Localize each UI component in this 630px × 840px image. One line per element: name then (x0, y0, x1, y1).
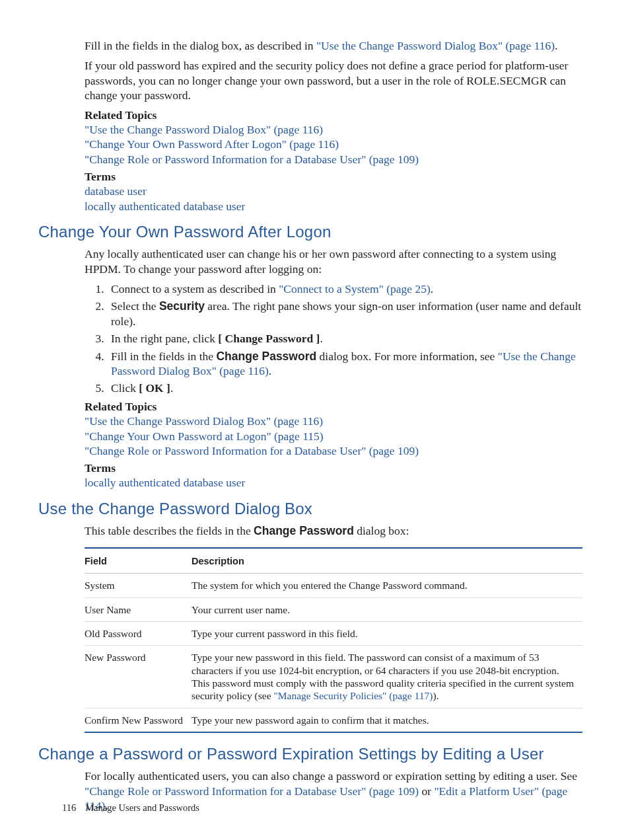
text: Fill in the fields in the (111, 350, 216, 363)
intro-p2: If your old password has expired and the… (85, 58, 582, 102)
table-row: System The system for which you entered … (85, 574, 582, 597)
sec1-p1: Any locally authenticated user can chang… (85, 247, 582, 276)
related-link[interactable]: "Use the Change Password Dialog Box" (pa… (85, 122, 582, 137)
table-row: Confirm New Password Type your new passw… (85, 708, 582, 732)
related-link[interactable]: "Change Your Own Password at Logon" (pag… (85, 429, 582, 444)
text: . (269, 364, 271, 377)
intro-p1: Fill in the fields in the dialog box, as… (85, 38, 582, 53)
link-connect-system[interactable]: "Connect to a System" (page 25) (279, 282, 431, 295)
related-link[interactable]: "Use the Change Password Dialog Box" (pa… (85, 414, 582, 429)
step-2: Select the Security area. The right pane… (107, 299, 582, 328)
col-description: Description (192, 549, 582, 574)
cell-field: Confirm New Password (85, 708, 192, 732)
text: This table describes the fields in the (85, 524, 254, 537)
text: For locally authenticated users, you can… (85, 769, 577, 783)
page-footer: 116Manage Users and Passwords (62, 802, 199, 814)
step-1: Connect to a system as described in "Con… (107, 282, 582, 296)
text: . (431, 282, 433, 295)
text: Click (111, 381, 139, 395)
text: Connect to a system as described in (111, 282, 279, 295)
chapter-title: Manage Users and Passwords (85, 802, 199, 813)
intro-block: Fill in the fields in the dialog box, as… (85, 38, 582, 213)
page: Fill in the fields in the dialog box, as… (0, 0, 630, 840)
text: or (419, 784, 434, 798)
fields-table: Field Description System The system for … (85, 547, 582, 733)
cell-desc: Type your new password again to confirm … (192, 708, 582, 732)
text: dialog box: (354, 524, 409, 537)
steps-list: Connect to a system as described in "Con… (85, 282, 582, 396)
table-row: New Password Type your new password in t… (85, 646, 582, 708)
section-heading-change-by-editing: Change a Password or Password Expiration… (38, 745, 582, 763)
related-link[interactable]: "Change Role or Password Information for… (85, 152, 582, 167)
related-topics-heading: Related Topics (85, 108, 582, 122)
table-row: User Name Your current user name. (85, 597, 582, 621)
ui-dialog-change-password: Change Password (216, 350, 316, 363)
related-topics-heading: Related Topics (85, 400, 582, 414)
terms-heading: Terms (85, 170, 582, 184)
cell-field: System (85, 574, 192, 597)
cell-desc: The system for which you entered the Cha… (192, 574, 582, 597)
related-link[interactable]: "Change Your Own Password After Logon" (… (85, 137, 582, 152)
term-link[interactable]: database user (85, 184, 582, 199)
term-link[interactable]: locally authenticated database user (85, 199, 582, 214)
terms-heading: Terms (85, 461, 582, 475)
related-link[interactable]: "Change Role or Password Information for… (85, 443, 582, 459)
cell-field: Old Password (85, 621, 192, 645)
section-heading-change-after-logon: Change Your Own Password After Logon (38, 223, 582, 241)
text: . (170, 381, 173, 395)
sec2-body: This table describes the fields in the C… (85, 523, 582, 733)
cell-field: User Name (85, 597, 192, 621)
cell-desc: Type your new password in this field. Th… (192, 646, 582, 708)
text: Select the (111, 299, 159, 313)
step-5: Click [ OK ]. (107, 381, 582, 395)
link-manage-security-policies[interactable]: "Manage Security Policies" (page 117) (273, 690, 433, 701)
term-link[interactable]: locally authenticated database user (85, 475, 582, 490)
cell-desc: Your current user name. (192, 597, 582, 621)
text: In the right pane, click (111, 332, 218, 345)
ui-button-ok: [ OK ] (139, 381, 170, 395)
page-number: 116 (62, 802, 76, 813)
link-use-change-pw[interactable]: "Use the Change Password Dialog Box" (pa… (316, 39, 555, 52)
table-row: Old Password Type your current password … (85, 621, 582, 645)
ui-button-change-password: [ Change Password ] (218, 332, 320, 345)
text: dialog box. For more information, see (316, 350, 498, 363)
section-heading-use-dialog: Use the Change Password Dialog Box (38, 500, 582, 518)
col-field: Field (85, 549, 192, 574)
sec1-body: Any locally authenticated user can chang… (85, 247, 582, 490)
text: . (320, 332, 322, 345)
cell-desc: Type your current password in this field… (192, 621, 582, 645)
ui-label-security: Security (159, 299, 205, 313)
text: . (555, 39, 557, 52)
text: ). (433, 690, 438, 701)
text: Fill in the fields in the dialog box, as… (85, 39, 316, 52)
link-change-role-db-user[interactable]: "Change Role or Password Information for… (85, 784, 419, 798)
cell-field: New Password (85, 646, 192, 708)
step-3: In the right pane, click [ Change Passwo… (107, 331, 582, 346)
table-header-row: Field Description (85, 549, 582, 574)
sec2-p1: This table describes the fields in the C… (85, 523, 582, 538)
ui-dialog-change-password: Change Password (254, 524, 354, 537)
step-4: Fill in the fields in the Change Passwor… (107, 349, 582, 379)
